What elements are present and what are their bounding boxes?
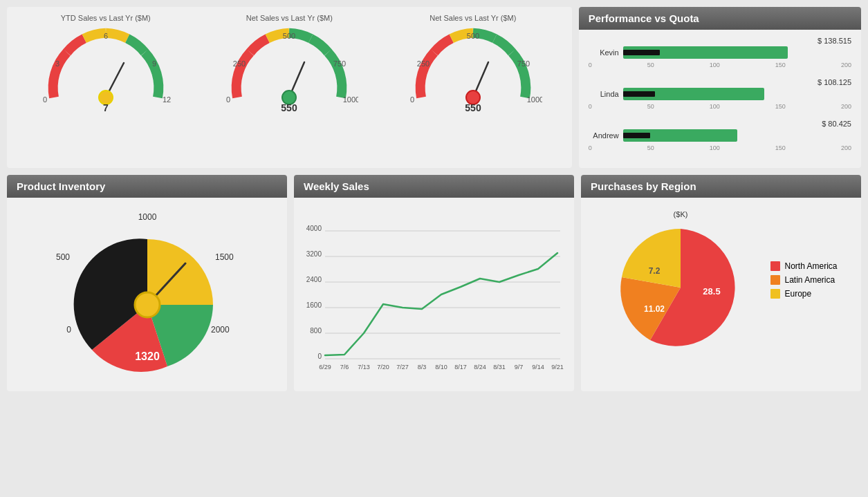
- kevin-label: Kevin: [589, 48, 619, 57]
- svg-text:0: 0: [43, 95, 47, 104]
- weekly-sales-title: Weekly Sales: [294, 175, 574, 198]
- svg-text:3: 3: [55, 59, 59, 68]
- performance-title: Performance vs Quota: [579, 7, 861, 30]
- linda-actual-bar: [623, 91, 655, 97]
- svg-text:9/7: 9/7: [515, 364, 524, 369]
- svg-text:800: 800: [310, 327, 322, 335]
- svg-text:8/3: 8/3: [418, 364, 427, 369]
- svg-text:500: 500: [283, 32, 295, 40]
- svg-text:28.5: 28.5: [703, 286, 721, 297]
- purchases-title: Purchases by Region: [581, 175, 861, 198]
- svg-text:2000: 2000: [211, 325, 230, 335]
- svg-text:8/10: 8/10: [435, 364, 447, 369]
- svg-text:6: 6: [104, 32, 108, 40]
- gauge-net2-title: Net Sales vs Last Yr ($M): [404, 14, 542, 22]
- gauge-net1: Net Sales vs Last Yr ($M) 0 250 500 750 …: [220, 14, 358, 115]
- perf-kevin: $ 138.515 Kevin 050100150200: [589, 37, 851, 68]
- svg-text:3200: 3200: [306, 250, 322, 258]
- inventory-value: 1320: [135, 350, 160, 362]
- svg-text:9: 9: [152, 59, 156, 68]
- svg-text:1000: 1000: [138, 212, 156, 222]
- svg-text:500: 500: [467, 32, 479, 40]
- svg-text:0: 0: [317, 353, 322, 360]
- north-america-color: [770, 261, 780, 271]
- performance-panel: Performance vs Quota $ 138.515 Kevin: [579, 7, 861, 168]
- top-row: YTD Sales vs Last Yr ($M): [7, 7, 861, 168]
- gauges-panel: YTD Sales vs Last Yr ($M): [7, 7, 572, 168]
- andrew-axis: 050100150200: [589, 144, 851, 151]
- gauge-ytd: YTD Sales vs Last Yr ($M): [37, 14, 175, 115]
- dashboard: YTD Sales vs Last Yr ($M): [7, 7, 861, 391]
- north-america-label: North America: [784, 261, 837, 271]
- weekly-sales-chart: 0 800 1600 2400 3200 4000 6/29: [294, 198, 574, 377]
- bottom-row: Product Inventory 1000 1500 2000 0 500: [7, 175, 861, 391]
- pie-legend: North America Latin America Europe: [770, 261, 837, 303]
- svg-text:8/17: 8/17: [454, 364, 467, 369]
- svg-text:12: 12: [163, 95, 171, 104]
- andrew-label: Andrew: [589, 131, 619, 140]
- svg-text:1000: 1000: [343, 95, 358, 104]
- weekly-sales-line: [325, 253, 557, 355]
- latin-america-label: Latin America: [784, 275, 835, 285]
- inventory-title: Product Inventory: [7, 175, 287, 198]
- purchases-chart: ($K) 28.5: [581, 198, 861, 366]
- svg-text:9/14: 9/14: [532, 364, 544, 369]
- svg-text:11.02: 11.02: [644, 304, 665, 314]
- inventory-svg: 1000 1500 2000 0 500: [50, 205, 244, 384]
- svg-text:250: 250: [417, 59, 430, 68]
- svg-text:2400: 2400: [306, 276, 322, 283]
- svg-text:7/6: 7/6: [340, 364, 349, 369]
- andrew-actual-bar: [623, 133, 651, 138]
- svg-text:0: 0: [410, 95, 414, 104]
- kevin-value: $ 138.515: [818, 37, 851, 45]
- europe-segment: [622, 229, 681, 288]
- svg-text:4000: 4000: [306, 225, 322, 232]
- svg-text:500: 500: [55, 252, 69, 262]
- linda-label: Linda: [589, 90, 619, 98]
- latin-america-color: [770, 275, 780, 285]
- gauges-container: YTD Sales vs Last Yr ($M): [7, 7, 572, 122]
- svg-text:1000: 1000: [527, 95, 542, 104]
- legend-north-america: North America: [770, 261, 837, 271]
- svg-text:8/24: 8/24: [474, 364, 486, 369]
- linda-axis: 050100150200: [589, 103, 851, 110]
- svg-text:0: 0: [226, 95, 230, 104]
- europe-color: [770, 289, 780, 299]
- gauge-net1-title: Net Sales vs Last Yr ($M): [220, 14, 358, 22]
- svg-text:250: 250: [233, 59, 246, 68]
- purchases-panel: Purchases by Region ($K): [581, 175, 861, 391]
- svg-text:9/21: 9/21: [551, 364, 564, 369]
- linda-value: $ 108.125: [818, 78, 851, 86]
- gauge-ytd-title: YTD Sales vs Last Yr ($M): [37, 14, 175, 22]
- inventory-container: 1000 1500 2000 0 500: [7, 198, 287, 391]
- perf-linda: $ 108.125 Linda 050100150200: [589, 78, 851, 110]
- svg-text:7/20: 7/20: [377, 364, 389, 369]
- svg-text:7: 7: [103, 102, 109, 113]
- inventory-center: [135, 292, 160, 317]
- svg-text:($K): ($K): [674, 210, 688, 218]
- svg-text:750: 750: [517, 59, 530, 68]
- performance-chart: $ 138.515 Kevin 050100150200: [579, 30, 861, 168]
- legend-europe: Europe: [770, 289, 837, 299]
- svg-text:0: 0: [66, 325, 71, 335]
- kevin-axis: 050100150200: [589, 62, 851, 68]
- svg-text:1600: 1600: [306, 301, 322, 309]
- andrew-value: $ 80.425: [822, 120, 851, 128]
- perf-andrew: $ 80.425 Andrew 050100150200: [589, 120, 851, 151]
- svg-text:7/27: 7/27: [396, 364, 409, 369]
- svg-text:550: 550: [465, 102, 481, 113]
- gauge-net2: Net Sales vs Last Yr ($M) 0 250 500 750 …: [404, 14, 542, 115]
- svg-text:7.2: 7.2: [649, 266, 661, 276]
- kevin-actual-bar: [623, 50, 660, 55]
- svg-text:1500: 1500: [215, 252, 234, 262]
- weekly-sales-svg: 0 800 1600 2400 3200 4000 6/29: [301, 203, 564, 369]
- svg-text:7/13: 7/13: [358, 364, 370, 369]
- svg-text:550: 550: [281, 102, 298, 113]
- inventory-panel: Product Inventory 1000 1500 2000 0 500: [7, 175, 287, 391]
- weekly-sales-panel: Weekly Sales 0 800 1600 2400 3200 4000: [294, 175, 574, 391]
- svg-text:8/31: 8/31: [493, 364, 506, 369]
- purchases-svg: ($K) 28.5: [604, 205, 757, 357]
- legend-latin-america: Latin America: [770, 275, 837, 285]
- svg-text:6/29: 6/29: [319, 364, 331, 369]
- europe-label: Europe: [784, 289, 811, 299]
